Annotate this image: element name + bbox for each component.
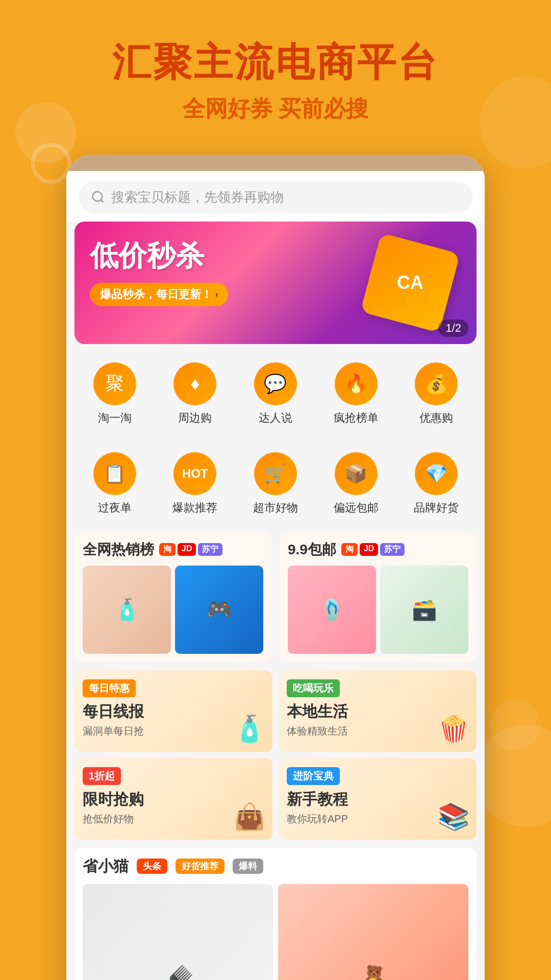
banner-page-badge: 1/2 bbox=[438, 320, 468, 337]
bg-decoration-5 bbox=[490, 699, 541, 750]
category-icon-tao: 聚 bbox=[93, 362, 136, 405]
category-label-brand: 品牌好货 bbox=[414, 500, 459, 516]
category-label-market: 超市好物 bbox=[253, 500, 298, 516]
section-cards: 全网热销榜 淘 JD 苏宁 🧴 🎮 9.9包邮 淘 bbox=[74, 532, 477, 662]
feature-flash-tag: 1折起 bbox=[83, 767, 121, 785]
phone-mockup: 搜索宝贝标题，先领券再购物 低价秒杀 爆品秒杀，每日更新！ › 1/2 聚 淘一… bbox=[66, 155, 485, 980]
feature-newbie-img: 📚 bbox=[431, 794, 477, 840]
nine-nine-products: 🩴 🗃️ bbox=[288, 566, 468, 654]
feature-daily-img: 🧴 bbox=[227, 706, 272, 752]
news-products: 🪮 🧸 bbox=[83, 884, 468, 980]
category-grid-row2: 📋 过夜单 HOT 爆款推荐 🛒 超市好物 📦 偏远包邮 💎 品牌好货 bbox=[66, 434, 485, 524]
feature-banners: 每日特惠 每日线报 漏洞单每日抢 🧴 吃喝玩乐 本地生活 体验精致生活 🍿 1折… bbox=[74, 670, 477, 840]
category-label-hot: 爆款推荐 bbox=[172, 500, 217, 516]
phone-content: 搜索宝贝标题，先领券再购物 低价秒杀 爆品秒杀，每日更新！ › 1/2 聚 淘一… bbox=[66, 171, 485, 980]
news-product-brushes: 🪮 bbox=[83, 884, 273, 980]
phone-top-bar bbox=[66, 155, 485, 171]
category-item-rush[interactable]: 🔥 疯抢榜单 bbox=[316, 354, 396, 434]
header-title: 汇聚主流电商平台 bbox=[31, 41, 520, 84]
category-label-remote: 偏远包邮 bbox=[334, 500, 379, 516]
news-tab-headline[interactable]: 头条 bbox=[137, 859, 167, 874]
bg-decoration-2 bbox=[31, 143, 71, 184]
hot-sell-header: 全网热销榜 淘 JD 苏宁 bbox=[83, 540, 263, 559]
category-icon-remote: 📦 bbox=[335, 452, 378, 495]
category-item-overnight[interactable]: 📋 过夜单 bbox=[74, 444, 155, 524]
header-subtitle: 全网好券 买前必搜 bbox=[31, 94, 520, 124]
category-icon-kol: 💬 bbox=[254, 362, 297, 405]
suning-badge: 苏宁 bbox=[198, 543, 222, 556]
search-placeholder-text: 搜索宝贝标题，先领券再购物 bbox=[111, 188, 284, 206]
category-label-rush: 疯抢榜单 bbox=[334, 410, 379, 426]
feature-newbie-tag: 进阶宝典 bbox=[287, 767, 340, 785]
category-item-tao[interactable]: 聚 淘一淘 bbox=[74, 354, 155, 434]
feature-local-img: 🍿 bbox=[431, 706, 477, 752]
product-slippers: 🩴 bbox=[288, 566, 376, 654]
search-bar[interactable]: 搜索宝贝标题，先领券再购物 bbox=[66, 171, 485, 222]
banner-arrow-icon: › bbox=[215, 290, 218, 299]
feature-local-tag: 吃喝玩乐 bbox=[287, 679, 340, 697]
category-icon-nearby: ♦ bbox=[173, 362, 216, 405]
category-item-market[interactable]: 🛒 超市好物 bbox=[235, 444, 316, 524]
news-tab-hot[interactable]: 爆料 bbox=[233, 859, 263, 874]
nine-nine-card[interactable]: 9.9包邮 淘 JD 苏宁 🩴 🗃️ bbox=[280, 532, 477, 662]
jd-badge-2: JD bbox=[360, 543, 378, 556]
product-gaming: 🎮 bbox=[175, 566, 263, 654]
category-icon-overnight: 📋 bbox=[93, 452, 136, 495]
header-section: 汇聚主流电商平台 全网好券 买前必搜 bbox=[0, 0, 551, 144]
hot-sell-card[interactable]: 全网热销榜 淘 JD 苏宁 🧴 🎮 bbox=[74, 532, 271, 662]
search-input-wrap[interactable]: 搜索宝贝标题，先领券再购物 bbox=[79, 181, 472, 213]
category-label-kol: 达人说 bbox=[259, 410, 292, 426]
category-label-nearby: 周边购 bbox=[178, 410, 212, 426]
category-icon-hot: HOT bbox=[173, 452, 216, 495]
category-item-remote[interactable]: 📦 偏远包邮 bbox=[316, 444, 396, 524]
category-item-coupon[interactable]: 💰 优惠购 bbox=[396, 354, 477, 434]
news-section: 省小猫 头条 好货推荐 爆料 🪮 🧸 bbox=[74, 848, 477, 980]
category-icon-rush: 🔥 bbox=[335, 362, 378, 405]
category-item-kol[interactable]: 💬 达人说 bbox=[235, 354, 316, 434]
category-item-brand[interactable]: 💎 品牌好货 bbox=[396, 444, 477, 524]
taobao-badge: 淘 bbox=[159, 543, 176, 556]
product-storage: 🗃️ bbox=[380, 566, 468, 654]
news-product-character: 🧸 bbox=[278, 884, 468, 980]
hot-sell-title: 全网热销榜 bbox=[83, 540, 154, 559]
banner-tag[interactable]: 爆品秒杀，每日更新！ › bbox=[90, 283, 228, 306]
category-icon-coupon: 💰 bbox=[415, 362, 458, 405]
feature-daily-tag: 每日特惠 bbox=[83, 679, 136, 697]
category-item-hot[interactable]: HOT 爆款推荐 bbox=[155, 444, 236, 524]
nine-nine-title: 9.9包邮 bbox=[288, 540, 336, 559]
feature-daily[interactable]: 每日特惠 每日线报 漏洞单每日抢 🧴 bbox=[74, 670, 272, 752]
banner-section[interactable]: 低价秒杀 爆品秒杀，每日更新！ › 1/2 bbox=[74, 222, 477, 344]
feature-flash[interactable]: 1折起 限时抢购 抢低价好物 👜 bbox=[74, 758, 272, 840]
feature-flash-img: 👜 bbox=[227, 794, 272, 840]
search-icon bbox=[91, 190, 105, 204]
suning-badge-2: 苏宁 bbox=[380, 543, 405, 556]
product-cosmetics: 🧴 bbox=[83, 566, 171, 654]
hot-sell-platforms: 淘 JD 苏宁 bbox=[159, 543, 222, 556]
category-label-tao: 淘一淘 bbox=[98, 410, 132, 426]
category-icon-market: 🛒 bbox=[254, 452, 297, 495]
news-tabs: 省小猫 头条 好货推荐 爆料 bbox=[83, 856, 468, 877]
category-label-coupon: 优惠购 bbox=[419, 410, 453, 426]
taobao-badge-2: 淘 bbox=[341, 543, 358, 556]
nine-nine-header: 9.9包邮 淘 JD 苏宁 bbox=[288, 540, 468, 559]
feature-newbie[interactable]: 进阶宝典 新手教程 教你玩转APP 📚 bbox=[279, 758, 477, 840]
news-section-title: 省小猫 bbox=[83, 856, 129, 877]
gift-box-icon bbox=[360, 233, 460, 333]
nine-nine-platforms: 淘 JD 苏宁 bbox=[341, 543, 405, 556]
news-tab-goods[interactable]: 好货推荐 bbox=[176, 859, 224, 874]
banner-title: 低价秒杀 bbox=[90, 237, 228, 276]
jd-badge: JD bbox=[178, 543, 196, 556]
category-icon-brand: 💎 bbox=[415, 452, 458, 495]
category-grid-row1: 聚 淘一淘 ♦ 周边购 💬 达人说 🔥 疯抢榜单 💰 优惠购 bbox=[66, 344, 485, 434]
category-label-overnight: 过夜单 bbox=[98, 500, 132, 516]
category-item-nearby[interactable]: ♦ 周边购 bbox=[155, 354, 236, 434]
banner-content: 低价秒杀 爆品秒杀，每日更新！ › bbox=[90, 237, 228, 306]
banner-tag-text: 爆品秒杀，每日更新！ bbox=[100, 287, 212, 302]
svg-point-0 bbox=[93, 192, 103, 202]
hot-sell-products: 🧴 🎮 bbox=[83, 566, 263, 654]
feature-local[interactable]: 吃喝玩乐 本地生活 体验精致生活 🍿 bbox=[279, 670, 477, 752]
